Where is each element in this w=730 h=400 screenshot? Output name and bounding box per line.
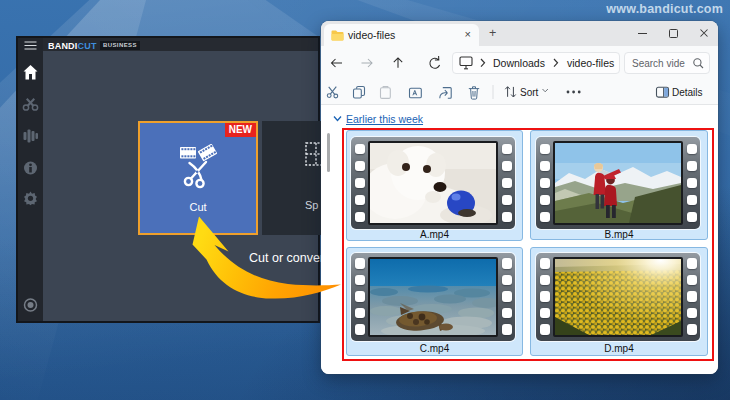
svg-text:video-files: video-files [567,57,614,69]
svg-text:Downloads: Downloads [493,57,545,69]
svg-text:Details: Details [672,87,703,98]
svg-text:Sort: Sort [520,87,539,98]
